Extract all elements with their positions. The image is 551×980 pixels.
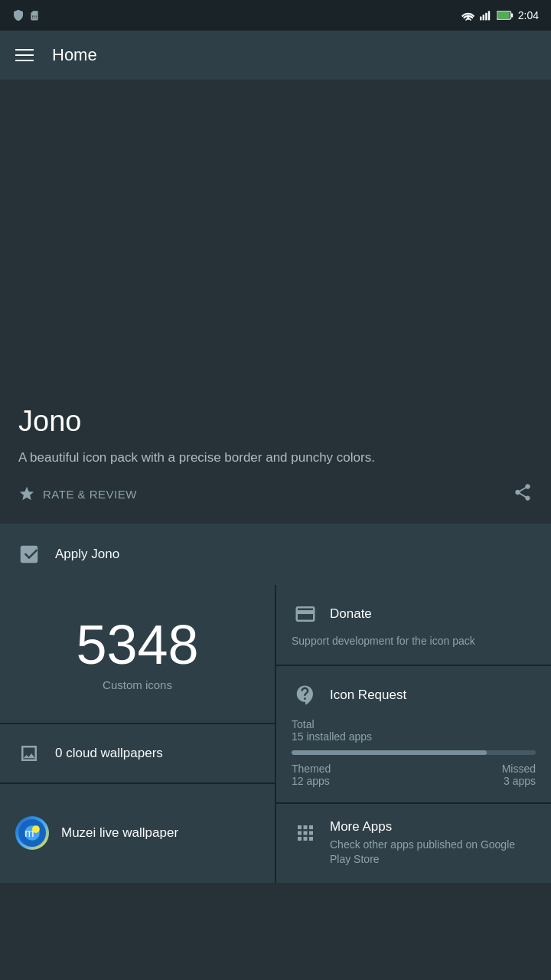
muzei-card[interactable]: m Muzei live wallpaper: [0, 784, 275, 883]
icon-request-header: Icon Request: [292, 681, 536, 709]
signal-icon: [480, 10, 492, 21]
icon-request-stats: Themed 12 apps Missed 3 apps: [292, 763, 536, 787]
icon-request-total-label: Total: [292, 718, 536, 730]
icon-request-card[interactable]: Icon Request Total 15 installed apps The…: [276, 666, 551, 802]
rate-review-label: RATE & REVIEW: [43, 488, 137, 501]
hamburger-line: [15, 49, 34, 51]
wallpaper-icon: [18, 742, 41, 765]
more-apps-text: More Apps Check other apps published on …: [330, 819, 536, 867]
apply-jono-card[interactable]: Apply Jono: [0, 524, 551, 585]
icon-request-icon-box: [292, 681, 319, 709]
donate-subtitle: Support development for the icon pack: [292, 634, 536, 649]
hero-actions: RATE & REVIEW: [18, 482, 533, 505]
apply-icon: [18, 543, 41, 566]
donate-icon: [294, 603, 317, 626]
icon-request-progress-bar: [292, 750, 536, 755]
wallpaper-icon-box: [15, 740, 43, 767]
status-bar-left: [12, 9, 455, 21]
hamburger-line: [15, 54, 34, 56]
more-apps-card[interactable]: More Apps Check other apps published on …: [276, 804, 551, 883]
hamburger-line: [15, 60, 34, 61]
custom-icons-card: 5348 Custom icons: [0, 585, 275, 723]
battery-icon: [497, 11, 514, 20]
muzei-logo-inner: m: [18, 819, 46, 847]
apply-jono-label: Apply Jono: [55, 547, 119, 562]
svg-rect-2: [485, 13, 487, 21]
muzei-logo: m: [15, 816, 49, 850]
status-bar: 2:04: [0, 0, 551, 31]
themed-label: Themed: [292, 763, 331, 775]
more-apps-title: More Apps: [330, 819, 536, 835]
wallpapers-count: 0: [55, 746, 62, 760]
status-icons: 2:04: [461, 9, 539, 21]
donate-card[interactable]: Donate Support development for the icon …: [276, 585, 551, 665]
sim-icon: [29, 10, 40, 21]
app-name: Jono: [18, 405, 533, 438]
svg-text:m: m: [24, 827, 34, 839]
hero-section: Jono A beautiful icon pack with a precis…: [0, 80, 551, 524]
share-button[interactable]: [513, 482, 533, 505]
missed-value: 3 apps: [502, 775, 536, 787]
more-apps-icon-box: [292, 819, 319, 847]
more-apps-icon: [294, 822, 317, 844]
app-description: A beautiful icon pack with a precise bor…: [18, 449, 533, 467]
icon-request-installed: 15 installed apps: [292, 730, 536, 743]
svg-rect-1: [482, 15, 484, 20]
missed-label: Missed: [502, 763, 536, 775]
shield-icon: [12, 9, 24, 21]
icons-count-value: 5348: [76, 617, 198, 672]
toolbar: Home: [0, 31, 551, 80]
svg-rect-3: [488, 11, 490, 20]
icon-request-themed: Themed 12 apps: [292, 763, 331, 787]
svg-rect-6: [497, 12, 510, 18]
svg-rect-0: [480, 17, 481, 21]
icon-request-missed: Missed 3 apps: [502, 763, 536, 787]
status-time: 2:04: [518, 9, 539, 21]
icon-request-progress-fill: [292, 750, 487, 755]
star-icon: [18, 485, 35, 502]
apply-icon-box: [15, 541, 43, 568]
hamburger-menu-button[interactable]: [15, 49, 34, 61]
donate-title: Donate: [330, 606, 372, 622]
wallpapers-text: cloud wallpapers: [66, 746, 163, 760]
donate-header: Donate: [292, 600, 536, 628]
wifi-icon: [461, 10, 475, 21]
muzei-label: Muzei live wallpaper: [61, 825, 178, 841]
share-icon: [513, 482, 533, 502]
icons-count-label: Custom icons: [103, 678, 172, 691]
icon-request-title: Icon Request: [330, 688, 406, 703]
cloud-wallpapers-label: 0 cloud wallpapers: [55, 746, 163, 761]
svg-rect-5: [511, 13, 513, 17]
icon-request-icon: [294, 684, 317, 707]
themed-value: 12 apps: [292, 775, 331, 787]
donate-icon-box: [292, 600, 319, 628]
more-apps-subtitle: Check other apps published on Google Pla…: [330, 838, 536, 867]
page-title: Home: [52, 45, 97, 65]
cloud-wallpapers-card[interactable]: 0 cloud wallpapers: [0, 724, 275, 782]
rate-review-button[interactable]: RATE & REVIEW: [18, 485, 137, 502]
